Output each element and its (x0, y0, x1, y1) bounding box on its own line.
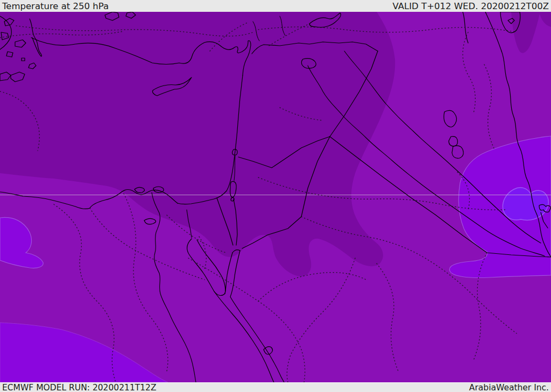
map-title: Temperature at 250 hPa (2, 1, 109, 11)
map-canvas (0, 12, 551, 382)
credit-label: ArabiaWeather Inc. (469, 383, 549, 392)
title-bar: Temperature at 250 hPa VALID T+012 WED. … (0, 0, 551, 12)
weather-map (0, 12, 551, 382)
valid-time-label: VALID T+012 WED. 20200212T00Z (393, 1, 549, 11)
weather-map-screen: Temperature at 250 hPa VALID T+012 WED. … (0, 0, 551, 392)
model-run-label: ECMWF MODEL RUN: 20200211T12Z (2, 383, 157, 392)
status-bar: ECMWF MODEL RUN: 20200211T12Z ArabiaWeat… (0, 382, 551, 392)
